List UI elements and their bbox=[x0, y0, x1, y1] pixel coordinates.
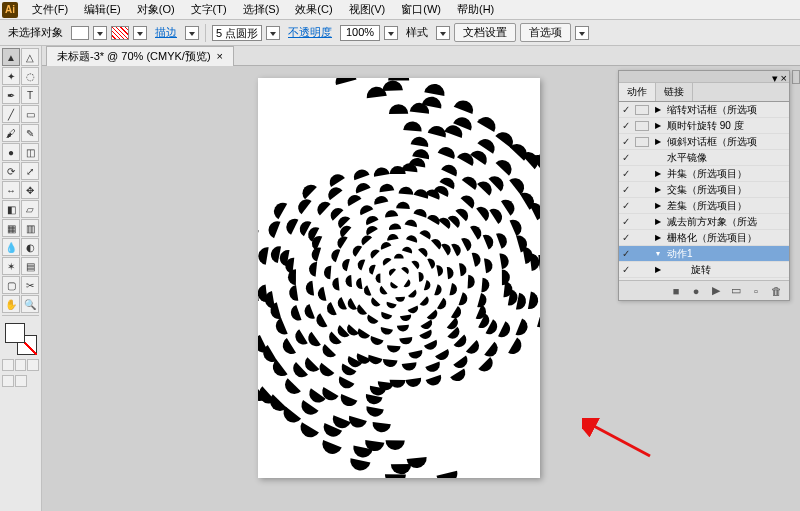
action-row[interactable]: ✓▶差集（所选项目） bbox=[619, 198, 789, 214]
dialog-toggle[interactable] bbox=[635, 137, 649, 147]
opacity-link[interactable]: 不透明度 bbox=[284, 25, 336, 40]
check-icon[interactable]: ✓ bbox=[619, 152, 633, 163]
style-dropdown[interactable] bbox=[436, 26, 450, 40]
stop-icon[interactable]: ■ bbox=[669, 284, 683, 298]
screen-full-icon[interactable] bbox=[15, 375, 27, 387]
stroke-link[interactable]: 描边 bbox=[151, 25, 181, 40]
tool-blob[interactable]: ● bbox=[2, 143, 20, 161]
menu-select[interactable]: 选择(S) bbox=[235, 2, 288, 17]
prefs-button[interactable]: 首选项 bbox=[520, 23, 571, 42]
record-icon[interactable]: ● bbox=[689, 284, 703, 298]
disclosure-icon[interactable]: ▶ bbox=[651, 137, 665, 146]
action-row[interactable]: ✓▶减去前方对象（所选 bbox=[619, 214, 789, 230]
tool-gradient[interactable]: ▥ bbox=[21, 219, 39, 237]
new-set-icon[interactable]: ▭ bbox=[729, 284, 743, 298]
gradient-mode-icon[interactable] bbox=[15, 359, 27, 371]
tool-perspective[interactable]: ▱ bbox=[21, 200, 39, 218]
action-row[interactable]: ✓▶旋转 bbox=[619, 262, 789, 278]
panel-gripper[interactable] bbox=[619, 71, 789, 83]
tool-lasso[interactable]: ◌ bbox=[21, 67, 39, 85]
fill-dropdown[interactable] bbox=[93, 26, 107, 40]
stroke-swatch[interactable] bbox=[111, 26, 129, 40]
check-icon[interactable]: ✓ bbox=[619, 136, 633, 147]
action-row[interactable]: ✓水平镜像 bbox=[619, 150, 789, 166]
disclosure-icon[interactable]: ▶ bbox=[651, 265, 665, 274]
tool-pen[interactable]: ✒ bbox=[2, 86, 20, 104]
tool-pencil[interactable]: ✎ bbox=[21, 124, 39, 142]
tool-shape-builder[interactable]: ◧ bbox=[2, 200, 20, 218]
prefs-dropdown[interactable] bbox=[575, 26, 589, 40]
tool-symbol-spray[interactable]: ✶ bbox=[2, 257, 20, 275]
disclosure-icon[interactable]: ▶ bbox=[651, 233, 665, 242]
disclosure-icon[interactable]: ▾ bbox=[651, 249, 665, 258]
panel-close-icon[interactable]: × bbox=[781, 72, 787, 85]
check-icon[interactable]: ✓ bbox=[619, 216, 633, 227]
menu-type[interactable]: 文字(T) bbox=[183, 2, 235, 17]
panel-collapse-strip[interactable] bbox=[792, 70, 800, 84]
tool-free-transform[interactable]: ✥ bbox=[21, 181, 39, 199]
stroke-weight-dropdown[interactable] bbox=[185, 26, 199, 40]
action-row[interactable]: ✓▶交集（所选项目） bbox=[619, 182, 789, 198]
tool-graph[interactable]: ▤ bbox=[21, 257, 39, 275]
menu-window[interactable]: 窗口(W) bbox=[393, 2, 449, 17]
dialog-toggle[interactable] bbox=[635, 121, 649, 131]
menu-effect[interactable]: 效果(C) bbox=[287, 2, 340, 17]
tool-blend[interactable]: ◐ bbox=[21, 238, 39, 256]
disclosure-icon[interactable]: ▶ bbox=[651, 185, 665, 194]
tool-zoom[interactable]: 🔍 bbox=[21, 295, 39, 313]
menu-object[interactable]: 对象(O) bbox=[129, 2, 183, 17]
check-icon[interactable]: ✓ bbox=[619, 264, 633, 275]
tool-eyedropper[interactable]: 💧 bbox=[2, 238, 20, 256]
doc-setup-button[interactable]: 文档设置 bbox=[454, 23, 516, 42]
menu-edit[interactable]: 编辑(E) bbox=[76, 2, 129, 17]
menu-view[interactable]: 视图(V) bbox=[341, 2, 394, 17]
screen-normal-icon[interactable] bbox=[2, 375, 14, 387]
action-row[interactable]: ✓▶顺时针旋转 90 度 bbox=[619, 118, 789, 134]
tool-hand[interactable]: ✋ bbox=[2, 295, 20, 313]
disclosure-icon[interactable]: ▶ bbox=[651, 217, 665, 226]
action-row[interactable]: ✓▾动作1 bbox=[619, 246, 789, 262]
color-mode-icon[interactable] bbox=[2, 359, 14, 371]
tool-line[interactable]: ╱ bbox=[2, 105, 20, 123]
opacity-dropdown[interactable] bbox=[384, 26, 398, 40]
brush-dropdown[interactable] bbox=[266, 26, 280, 40]
brush-preset[interactable]: 5 点圆形 bbox=[212, 25, 262, 41]
tool-rect[interactable]: ▭ bbox=[21, 105, 39, 123]
play-icon[interactable]: ▶ bbox=[709, 284, 723, 298]
tool-selection[interactable]: ▲ bbox=[2, 48, 20, 66]
action-row[interactable]: ✓▶缩转对话框（所选项 bbox=[619, 102, 789, 118]
dialog-toggle[interactable] bbox=[635, 105, 649, 115]
document-tab[interactable]: 未标题-3* @ 70% (CMYK/预览) × bbox=[46, 46, 234, 66]
check-icon[interactable]: ✓ bbox=[619, 104, 633, 115]
tool-artboard[interactable]: ▢ bbox=[2, 276, 20, 294]
menu-help[interactable]: 帮助(H) bbox=[449, 2, 502, 17]
tool-rotate[interactable]: ⟳ bbox=[2, 162, 20, 180]
stroke-dropdown[interactable] bbox=[133, 26, 147, 40]
menu-file[interactable]: 文件(F) bbox=[24, 2, 76, 17]
fill-color[interactable] bbox=[5, 323, 25, 343]
action-row[interactable]: ✓▶倾斜对话框（所选项 bbox=[619, 134, 789, 150]
trash-icon[interactable]: 🗑 bbox=[769, 284, 783, 298]
disclosure-icon[interactable]: ▶ bbox=[651, 201, 665, 210]
opacity-input[interactable]: 100% bbox=[340, 25, 380, 41]
tool-eraser[interactable]: ◫ bbox=[21, 143, 39, 161]
color-picker[interactable] bbox=[5, 323, 37, 355]
check-icon[interactable]: ✓ bbox=[619, 184, 633, 195]
check-icon[interactable]: ✓ bbox=[619, 200, 633, 211]
tool-magic-wand[interactable]: ✦ bbox=[2, 67, 20, 85]
tool-scale[interactable]: ⤢ bbox=[21, 162, 39, 180]
check-icon[interactable]: ✓ bbox=[619, 248, 633, 259]
tool-brush[interactable]: 🖌 bbox=[2, 124, 20, 142]
fill-swatch[interactable] bbox=[71, 26, 89, 40]
disclosure-icon[interactable]: ▶ bbox=[651, 105, 665, 114]
check-icon[interactable]: ✓ bbox=[619, 168, 633, 179]
action-row[interactable]: ✓▶并集（所选项目） bbox=[619, 166, 789, 182]
tool-type[interactable]: T bbox=[21, 86, 39, 104]
check-icon[interactable]: ✓ bbox=[619, 232, 633, 243]
disclosure-icon[interactable]: ▶ bbox=[651, 121, 665, 130]
close-icon[interactable]: × bbox=[217, 50, 223, 62]
tool-mesh[interactable]: ▦ bbox=[2, 219, 20, 237]
new-action-icon[interactable]: ▫ bbox=[749, 284, 763, 298]
action-row[interactable]: ✓▶栅格化（所选项目） bbox=[619, 230, 789, 246]
check-icon[interactable]: ✓ bbox=[619, 120, 633, 131]
